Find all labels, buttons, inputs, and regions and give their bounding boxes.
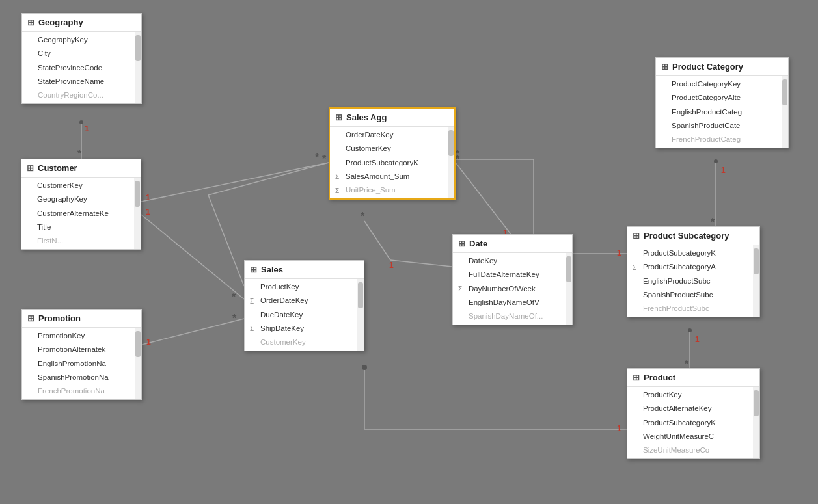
diagram-canvas: * 1 1 * 1 * 1 * * 1 * * 1 * 1 (0, 0, 818, 504)
geography-header: ⊞ Geography (22, 14, 141, 32)
geography-title: Geography (38, 18, 83, 27)
product-table[interactable]: ⊞ Product ProductKey ProductAlternateKey… (627, 368, 760, 459)
product-category-table[interactable]: ⊞ Product Category ProductCategoryKey Pr… (655, 57, 789, 148)
table-field: SpanishProductSubc (627, 288, 759, 302)
sigma-icon: Σ (335, 185, 339, 195)
svg-text:1: 1 (146, 193, 150, 202)
svg-text:*: * (322, 153, 327, 165)
product-category-body: ProductCategoryKey ProductCategoryAlte E… (656, 76, 788, 148)
table-field: Σ OrderDateKey (245, 294, 364, 308)
table-icon: ⊞ (27, 163, 34, 173)
sales-body: ProductKey Σ OrderDateKey DueDateKey Σ S… (245, 279, 364, 351)
svg-text:1: 1 (146, 338, 151, 347)
svg-line-10 (142, 319, 244, 345)
svg-text:1: 1 (721, 166, 726, 175)
customer-table[interactable]: ⊞ Customer CustomerKey GeographyKey Cust… (21, 159, 141, 250)
table-field: CustomerAlternateKe (21, 207, 141, 220)
sales-agg-title: Sales Agg (346, 113, 387, 122)
customer-body: CustomerKey GeographyKey CustomerAlterna… (21, 178, 141, 249)
svg-point-1 (79, 120, 83, 124)
table-field: SpanishDayNameOf... (453, 310, 572, 323)
table-field: ProductCategoryAlte (656, 91, 788, 105)
table-field: DueDateKey (245, 308, 364, 322)
date-table[interactable]: ⊞ Date DateKey FullDateAlternateKey Σ Da… (452, 234, 573, 325)
table-field: SpanishPromotionNa (22, 371, 141, 384)
svg-text:1: 1 (85, 124, 89, 133)
promotion-title: Promotion (38, 313, 81, 323)
table-field: FullDateAlternateKey (453, 268, 572, 282)
svg-text:*: * (456, 148, 460, 159)
table-field: EnglishProductCateg (656, 105, 788, 119)
sales-agg-table[interactable]: ⊞ Sales Agg OrderDateKey CustomerKey Pro… (329, 107, 456, 200)
table-field: City (22, 47, 141, 60)
table-icon: ⊞ (633, 373, 640, 382)
product-subcategory-table[interactable]: ⊞ Product Subcategory ProductSubcategory… (627, 226, 760, 317)
table-field: WeightUnitMeasureC (627, 430, 759, 444)
sigma-icon: Σ (335, 172, 339, 181)
svg-text:1: 1 (389, 261, 394, 270)
table-field: ProductKey (627, 388, 759, 402)
table-field: FirstN... (21, 234, 141, 248)
table-field: GeographyKey (21, 192, 141, 206)
table-icon: ⊞ (27, 313, 34, 323)
table-field: CustomerKey (21, 179, 141, 192)
table-field: FrenchProductSubc (627, 302, 759, 315)
table-icon: ⊞ (250, 265, 257, 274)
sales-title: Sales (261, 265, 283, 274)
product-subcategory-body: ProductSubcategoryK Σ ProductSubcategory… (627, 245, 759, 317)
product-title: Product (644, 373, 675, 382)
table-field: Σ ShipDateKey (245, 322, 364, 336)
table-field: CustomerKey (245, 336, 364, 349)
table-field: StateProvinceCode (22, 61, 141, 75)
table-field: ProductSubcategoryK (627, 246, 759, 260)
sigma-icon: Σ (250, 296, 254, 306)
product-category-header: ⊞ Product Category (656, 58, 788, 76)
svg-line-18 (390, 260, 452, 267)
table-field: EnglishDayNameOfV (453, 296, 572, 310)
svg-line-14 (208, 163, 329, 195)
sigma-icon: Σ (633, 262, 636, 272)
table-field: Σ UnitPrice_Sum (330, 183, 454, 197)
table-field: DateKey (453, 254, 572, 268)
table-field: CustomerKey (330, 142, 454, 155)
table-field: ProductAlternateKey (627, 402, 759, 416)
table-field: ProductCategoryKey (656, 77, 788, 91)
product-subcategory-title: Product Subcategory (644, 231, 729, 241)
table-icon: ⊞ (335, 113, 342, 122)
table-field: GeographyKey (22, 33, 141, 47)
svg-text:*: * (315, 152, 320, 163)
geography-body: GeographyKey City StateProvinceCode Stat… (22, 32, 141, 103)
table-field: OrderDateKey (330, 128, 454, 142)
table-field: PromotionKey (22, 329, 141, 343)
table-icon: ⊞ (661, 62, 668, 72)
table-icon: ⊞ (458, 239, 465, 248)
date-title: Date (469, 239, 487, 248)
table-icon: ⊞ (633, 231, 640, 241)
svg-text:*: * (361, 211, 365, 222)
table-icon: ⊞ (27, 18, 34, 27)
sales-header: ⊞ Sales (245, 261, 364, 279)
sales-table[interactable]: ⊞ Sales ProductKey Σ OrderDateKey DueDat… (244, 260, 364, 351)
table-field: SizeUnitMeasureCo (627, 444, 759, 457)
svg-line-7 (141, 215, 244, 299)
sigma-icon: Σ (458, 284, 462, 294)
table-field: FrenchProductCateg (656, 133, 788, 146)
svg-line-21 (456, 163, 511, 234)
svg-text:1: 1 (695, 335, 700, 344)
table-field: PromotionAlternatek (22, 343, 141, 356)
promotion-table[interactable]: ⊞ Promotion PromotionKey PromotionAltern… (21, 309, 142, 400)
table-field: Σ SalesAmount_Sum (330, 170, 454, 183)
svg-text:*: * (456, 153, 460, 165)
date-body: DateKey FullDateAlternateKey Σ DayNumber… (453, 253, 572, 325)
table-field: FrenchPromotionNa (22, 384, 141, 398)
table-field: Title (21, 220, 141, 234)
table-field: ProductKey (245, 280, 364, 294)
svg-point-34 (688, 328, 692, 332)
table-field: EnglishProductSubc (627, 274, 759, 288)
sales-agg-body: OrderDateKey CustomerKey ProductSubcateg… (330, 127, 454, 198)
geography-table[interactable]: ⊞ Geography GeographyKey City StateProvi… (21, 13, 142, 104)
table-field: Σ DayNumberOfWeek (453, 282, 572, 296)
product-body: ProductKey ProductAlternateKey ProductSu… (627, 387, 759, 458)
product-subcategory-header: ⊞ Product Subcategory (627, 227, 759, 245)
table-field: StateProvinceName (22, 75, 141, 88)
